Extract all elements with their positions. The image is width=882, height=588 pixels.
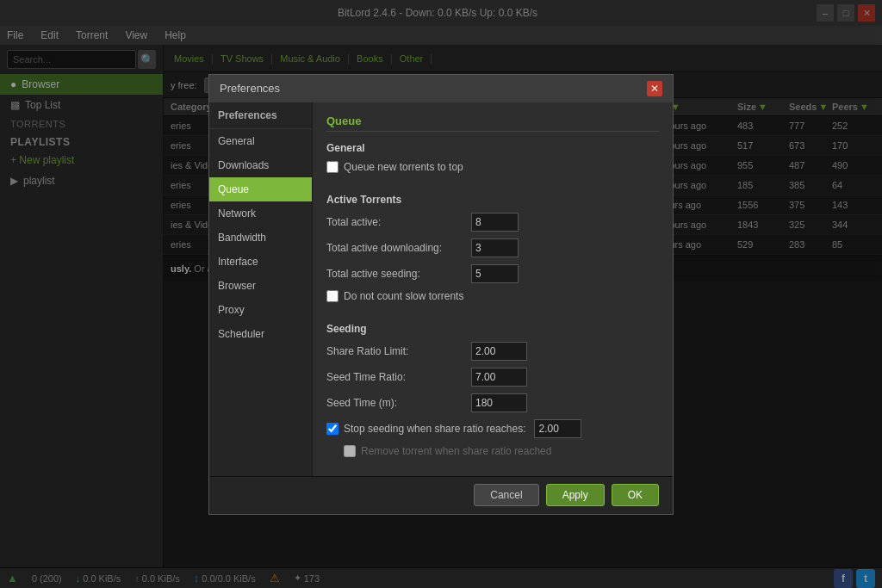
stop-seeding-row: Stop seeding when share ratio reaches: [326,419,659,438]
share-ratio-row: Share Ratio Limit: [326,342,659,361]
seed-time-ratio-row: Seed Time Ratio: [326,368,659,387]
preferences-modal: Preferences ✕ Preferences General Downlo… [208,74,674,515]
pref-nav-scheduler[interactable]: Scheduler [209,322,312,346]
pref-nav-general[interactable]: General [209,129,312,153]
pref-seeding-group: Seeding [326,323,659,335]
stop-seeding-label: Stop seeding when share ratio reaches: [344,423,525,435]
total-seeding-label: Total active seeding: [326,268,464,280]
share-ratio-spinner [471,342,527,361]
remove-torrent-row: Remove torrent when share ratio reached [326,445,659,457]
seed-time-ratio-label: Seed Time Ratio: [326,371,464,383]
seed-time-label: Seed Time (m): [326,397,464,409]
pref-nav-interface[interactable]: Interface [209,250,312,274]
modal-title: Preferences [220,82,280,95]
pref-section-title: Queue [326,115,659,132]
total-downloading-row: Total active downloading: [326,238,659,257]
no-slow-row: Do not count slow torrents [326,290,659,302]
pref-sidebar-title: Preferences [209,102,312,129]
total-seeding-row: Total active seeding: [326,264,659,283]
no-slow-checkbox[interactable] [326,290,339,302]
modal-titlebar: Preferences ✕ [209,75,673,102]
total-active-input[interactable] [471,213,519,232]
share-ratio-input[interactable] [471,342,527,361]
ok-button[interactable]: OK [612,484,659,506]
stop-seeding-checkbox[interactable] [326,423,339,435]
pref-nav-network[interactable]: Network [209,201,312,226]
total-downloading-spinner [471,238,519,257]
total-seeding-input[interactable] [471,264,519,283]
seed-time-ratio-spinner [471,368,527,387]
seed-time-input[interactable] [471,393,527,412]
seed-time-spinner [471,393,527,412]
remove-torrent-checkbox [344,445,356,457]
pref-nav-bandwidth[interactable]: Bandwidth [209,226,312,250]
share-ratio-label: Share Ratio Limit: [326,345,464,357]
apply-button[interactable]: Apply [546,484,605,506]
stop-seeding-value-input[interactable] [534,419,581,438]
total-active-label: Total active: [326,216,464,228]
pref-nav-queue[interactable]: Queue [209,177,312,201]
total-seeding-spinner [471,264,519,283]
pref-nav-browser[interactable]: Browser [209,274,312,298]
seed-time-row: Seed Time (m): [326,393,659,412]
queue-new-label: Queue new torrents to top [344,161,463,173]
no-slow-label: Do not count slow torrents [344,290,463,302]
pref-general-group: General [326,142,659,154]
total-downloading-label: Total active downloading: [326,242,464,254]
pref-nav-proxy[interactable]: Proxy [209,298,312,322]
total-active-spinner [471,213,519,232]
total-downloading-input[interactable] [471,238,519,257]
modal-close-button[interactable]: ✕ [647,81,662,96]
modal-footer: Cancel Apply OK [209,476,673,514]
seed-time-ratio-input[interactable] [471,368,527,387]
modal-body: Preferences General Downloads Queue Netw… [209,102,673,476]
cancel-button[interactable]: Cancel [474,484,538,506]
pref-active-group: Active Torrents [326,194,659,206]
queue-new-row: Queue new torrents to top [326,161,659,173]
preferences-sidebar: Preferences General Downloads Queue Netw… [209,102,313,476]
remove-torrent-label: Remove torrent when share ratio reached [361,445,551,457]
queue-new-checkbox[interactable] [326,161,339,173]
total-active-row: Total active: [326,213,659,232]
pref-nav-downloads[interactable]: Downloads [209,153,312,177]
preferences-content: Queue General Queue new torrents to top … [313,102,673,476]
